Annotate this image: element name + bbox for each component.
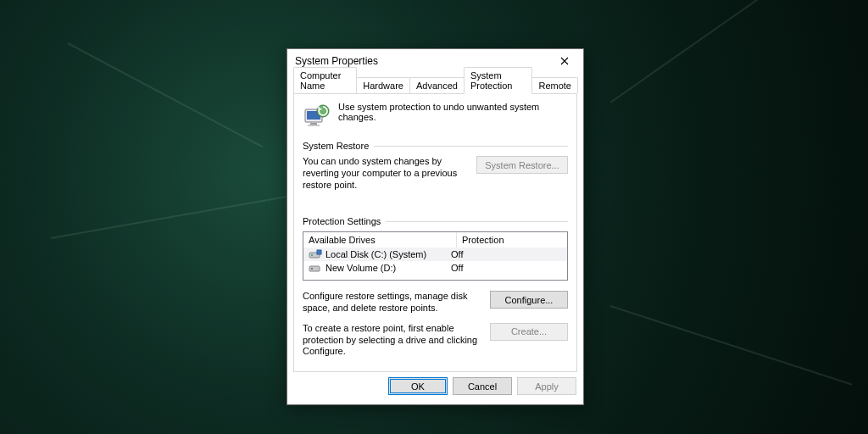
tab-system-protection[interactable]: System Protection — [464, 67, 533, 94]
group-title-system-restore: System Restore — [303, 141, 568, 151]
tab-remote[interactable]: Remote — [531, 77, 578, 93]
configure-text: Configure restore settings, manage disk … — [303, 291, 481, 314]
drive-protection: Off — [451, 249, 463, 259]
group-system-restore: System Restore You can undo system chang… — [303, 141, 568, 191]
system-restore-row: You can undo system changes by reverting… — [303, 156, 568, 191]
system-restore-text: You can undo system changes by reverting… — [303, 156, 468, 191]
tab-panel-system-protection: Use system protection to undo unwanted s… — [293, 93, 577, 372]
drive-row[interactable]: New Volume (D:) Off — [303, 261, 567, 275]
group-title-protection-settings: Protection Settings — [303, 216, 568, 226]
drive-name: New Volume (D:) — [326, 263, 451, 273]
svg-rect-3 — [308, 125, 320, 126]
ok-button[interactable]: OK — [388, 377, 448, 395]
info-row: Use system protection to undo unwanted s… — [303, 102, 568, 129]
drive-row[interactable]: Local Disk (C:) (System) Off — [303, 248, 567, 261]
system-properties-dialog: System Properties Computer Name Hardware… — [287, 48, 584, 405]
group-divider — [386, 221, 568, 222]
table-padding — [303, 275, 567, 280]
group-title-label: Protection Settings — [303, 216, 381, 226]
wallpaper-decoration — [51, 193, 302, 239]
group-title-label: System Restore — [303, 141, 369, 151]
drive-name: Local Disk (C:) (System) — [326, 249, 451, 259]
drive-protection: Off — [451, 263, 463, 273]
drives-table[interactable]: Available Drives Protection Local Disk (… — [303, 231, 568, 281]
svg-rect-9 — [311, 268, 313, 270]
wallpaper-decoration — [610, 305, 853, 386]
svg-rect-8 — [309, 266, 320, 271]
svg-rect-6 — [311, 254, 313, 256]
drive-icon — [309, 262, 322, 274]
drives-table-header: Available Drives Protection — [303, 232, 567, 248]
apply-button[interactable]: Apply — [517, 377, 576, 395]
desktop-wallpaper: System Properties Computer Name Hardware… — [0, 0, 868, 434]
group-protection-settings: Protection Settings Available Drives Pro… — [303, 216, 568, 358]
info-text: Use system protection to undo unwanted s… — [338, 102, 568, 122]
tab-computer-name[interactable]: Computer Name — [293, 67, 357, 93]
system-protection-icon — [303, 102, 330, 129]
create-row: To create a restore point, first enable … — [303, 323, 568, 358]
close-icon — [560, 57, 569, 65]
close-button[interactable] — [548, 49, 581, 73]
configure-button[interactable]: Configure... — [490, 291, 568, 309]
column-protection[interactable]: Protection — [457, 232, 567, 248]
tab-strip: Computer Name Hardware Advanced System P… — [293, 75, 577, 93]
column-available-drives[interactable]: Available Drives — [303, 232, 457, 248]
svg-rect-2 — [310, 123, 317, 125]
drive-icon — [309, 248, 322, 260]
svg-rect-7 — [317, 250, 321, 254]
wallpaper-decoration — [68, 42, 264, 147]
cancel-button[interactable]: Cancel — [453, 377, 512, 395]
tab-hardware[interactable]: Hardware — [356, 77, 410, 93]
system-restore-button[interactable]: System Restore... — [476, 156, 568, 174]
dialog-title: System Properties — [295, 55, 548, 67]
wallpaper-decoration — [609, 0, 805, 103]
group-divider — [374, 146, 568, 147]
tab-advanced[interactable]: Advanced — [409, 77, 465, 93]
dialog-button-row: OK Cancel Apply — [287, 377, 576, 395]
create-text: To create a restore point, first enable … — [303, 323, 481, 358]
configure-row: Configure restore settings, manage disk … — [303, 291, 568, 314]
create-button[interactable]: Create... — [490, 323, 568, 341]
